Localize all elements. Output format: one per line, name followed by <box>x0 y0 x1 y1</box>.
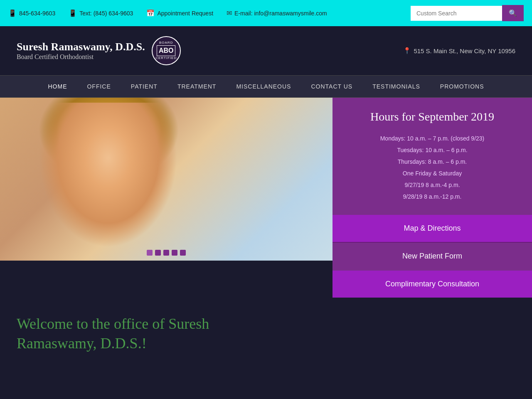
badge-abo: ABO <box>157 45 176 57</box>
hero-dot-3[interactable] <box>163 250 169 256</box>
main-content: Hours for September 2019 Mondays: 10 a.m… <box>0 98 532 298</box>
nav-testimonials[interactable]: TESTIMONIALS <box>362 76 430 97</box>
text-icon: 📱 <box>69 9 77 17</box>
hero-dot-5[interactable] <box>180 250 186 256</box>
right-panel: Hours for September 2019 Mondays: 10 a.m… <box>332 98 532 298</box>
top-bar-contacts: 📱 845-634-9603 📱 Text: (845) 634-9603 📅 … <box>8 9 327 17</box>
hero-dot-4[interactable] <box>172 250 177 256</box>
hero-person <box>33 103 200 261</box>
badge-board: BOARD <box>159 41 173 45</box>
logo-text: Suresh Ramaswamy, D.D.S. Board Certified… <box>17 41 145 61</box>
hours-line-3: Thursdays: 8 a.m. – 6 p.m. <box>341 156 524 167</box>
nav-promotions[interactable]: PROMOTIONS <box>430 76 494 97</box>
hero-dot-2[interactable] <box>155 250 161 256</box>
hours-line-5: 9/27/19 8 a.m.-4 p.m. <box>341 179 524 191</box>
nav-contact-us[interactable]: CONTACT US <box>301 76 362 97</box>
appointment-contact[interactable]: 📅 Appointment Request <box>146 9 213 17</box>
hero-dot-1[interactable] <box>147 250 153 256</box>
hours-line-6: 9/28/19 8 a.m.-12 p.m. <box>341 191 524 202</box>
nav-patient[interactable]: PATIENT <box>121 76 167 97</box>
complimentary-consultation-button[interactable]: Complimentary Consultation <box>332 270 532 298</box>
doctor-title: Board Certified Orthodontist <box>17 53 145 61</box>
hero-image <box>0 98 332 261</box>
text-contact[interactable]: 📱 Text: (845) 634-9603 <box>69 9 133 17</box>
nav-treatment[interactable]: TREATMENT <box>167 76 227 97</box>
abo-badge: BOARD ABO CERTIFIED <box>152 36 181 65</box>
calendar-icon: 📅 <box>146 9 155 17</box>
hours-line-1: Mondays: 10 a.m. – 7 p.m. (closed 9/23) <box>341 133 524 144</box>
email-icon: ✉ <box>227 9 232 17</box>
hero-dots <box>147 250 186 256</box>
phone-icon: 📱 <box>8 9 17 17</box>
email-contact[interactable]: ✉ E-mail: info@ramaswamysmile.com <box>227 9 327 17</box>
email-label: E-mail: info@ramaswamysmile.com <box>234 10 327 17</box>
welcome-line-1: Welcome to the office of Suresh <box>17 315 209 332</box>
nav-office[interactable]: OFFICE <box>77 76 121 97</box>
site-header: Suresh Ramaswamy, D.D.S. Board Certified… <box>0 26 532 75</box>
search-button[interactable]: 🔍 <box>502 5 524 21</box>
doctor-name: Suresh Ramaswamy, D.D.S. <box>17 41 145 53</box>
appointment-label: Appointment Request <box>157 10 213 17</box>
welcome-section: Welcome to the office of Suresh Ramaswam… <box>0 298 532 362</box>
badge-certified: CERTIFIED <box>155 56 177 60</box>
search-area: 🔍 <box>411 5 524 21</box>
hours-list: Mondays: 10 a.m. – 7 p.m. (closed 9/23) … <box>341 133 524 202</box>
address-text: 515 S. Main St., New City, NY 10956 <box>414 47 515 54</box>
hours-line-2: Tuesdays: 10 a.m. – 6 p.m. <box>341 144 524 156</box>
hours-line-4: One Friday & Saturday <box>341 167 524 179</box>
top-bar: 📱 845-634-9603 📱 Text: (845) 634-9603 📅 … <box>0 0 532 26</box>
nav-home[interactable]: HOME <box>38 76 77 97</box>
new-patient-form-button[interactable]: New Patient Form <box>332 242 532 270</box>
main-nav: HOME OFFICE PATIENT TREATMENT MISCELLANE… <box>0 75 532 98</box>
map-directions-button[interactable]: Map & Directions <box>332 214 532 242</box>
text-number: Text: (845) 634-9603 <box>79 10 133 17</box>
welcome-title: Welcome to the office of Suresh Ramaswam… <box>17 314 515 353</box>
logo-area: Suresh Ramaswamy, D.D.S. Board Certified… <box>17 36 181 65</box>
nav-miscellaneous[interactable]: MISCELLANEOUS <box>226 76 301 97</box>
address-area: 📍 515 S. Main St., New City, NY 10956 <box>403 47 515 54</box>
search-input[interactable] <box>411 6 502 21</box>
phone-contact[interactable]: 📱 845-634-9603 <box>8 9 55 17</box>
location-icon: 📍 <box>403 47 411 54</box>
phone-number: 845-634-9603 <box>19 10 55 17</box>
welcome-line-2: Ramaswamy, D.D.S.! <box>17 335 147 352</box>
hours-box: Hours for September 2019 Mondays: 10 a.m… <box>332 98 532 214</box>
hours-title: Hours for September 2019 <box>341 109 524 124</box>
